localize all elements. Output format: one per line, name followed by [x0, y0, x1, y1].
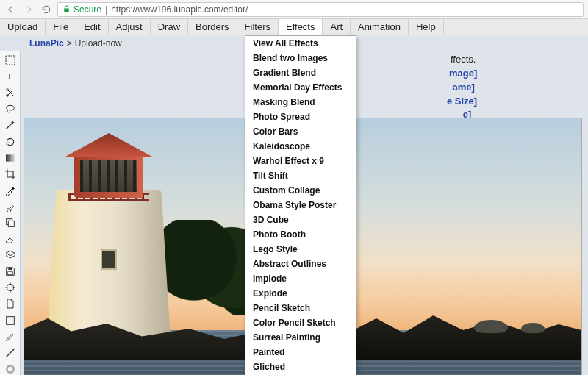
menu-draw[interactable]: Draw [151, 19, 188, 35]
menubar: UploadFileEditAdjustDrawBordersFiltersEf… [0, 19, 588, 35]
lighthouse-illustration [46, 124, 171, 352]
browser-chrome: Secure | https://www196.lunapic.com/edit… [0, 0, 588, 19]
url-text: https://www196.lunapic.com/editor/ [111, 4, 248, 15]
brush-icon[interactable] [4, 201, 17, 213]
effects-item[interactable]: Color Pencil Sketch [245, 315, 356, 330]
rotate-icon[interactable] [4, 135, 17, 147]
effects-item[interactable]: Custom Collage [245, 183, 356, 198]
layers-icon[interactable] [4, 249, 17, 261]
copy-icon[interactable] [4, 217, 17, 229]
erase-icon[interactable] [4, 233, 17, 245]
marquee-icon[interactable] [4, 54, 17, 66]
lasso-icon[interactable] [4, 103, 17, 115]
effects-item[interactable]: Obama Style Poster [245, 198, 356, 213]
eyedropper-icon[interactable] [4, 185, 17, 196]
menu-art[interactable]: Art [323, 19, 351, 35]
svg-rect-5 [6, 154, 15, 161]
address-bar[interactable]: Secure | https://www196.lunapic.com/edit… [57, 2, 584, 17]
svg-rect-7 [8, 221, 14, 226]
effects-item[interactable]: Gliched [245, 360, 356, 374]
blur-icon[interactable] [4, 363, 17, 375]
svg-point-12 [7, 365, 13, 372]
menu-upload[interactable]: Upload [0, 19, 46, 35]
effects-dropdown: View All EffectsBlend two ImagesGradient… [245, 35, 356, 375]
link-name[interactable]: ame] [453, 82, 475, 93]
menu-filters[interactable]: Filters [237, 19, 279, 35]
breadcrumb-sep: > [67, 38, 72, 49]
side-toolbar: T [0, 51, 21, 375]
effects-item[interactable]: Gradient Blend [245, 65, 356, 80]
svg-rect-9 [8, 268, 12, 271]
effects-item[interactable]: 3D Cube [245, 213, 356, 227]
reload-button[interactable] [40, 3, 53, 16]
forward-button[interactable] [22, 3, 35, 16]
scissors-icon[interactable] [4, 87, 17, 99]
secure-badge: Secure [62, 4, 101, 15]
crosshair-icon[interactable] [4, 282, 17, 293]
breadcrumb-current: Upload-now [75, 38, 122, 49]
svg-point-4 [6, 106, 14, 111]
effects-item[interactable]: Warhol Effect x 9 [245, 154, 356, 168]
effects-item[interactable]: Kaleidoscope [245, 139, 356, 154]
back-button[interactable] [4, 3, 18, 16]
effects-item[interactable]: Masking Blend [245, 95, 356, 110]
menu-animation[interactable]: Animation [351, 19, 409, 35]
svg-text:T: T [7, 71, 12, 82]
effects-item[interactable]: Lego Style [245, 242, 356, 257]
crop-icon[interactable] [4, 168, 17, 180]
effects-item[interactable]: Abstract Outlines [245, 257, 356, 271]
svg-rect-0 [6, 56, 15, 65]
svg-point-10 [7, 285, 13, 291]
svg-rect-8 [7, 272, 12, 275]
pencil-icon[interactable] [4, 331, 17, 343]
effects-item[interactable]: Tilt Shift [245, 168, 356, 183]
menu-edit[interactable]: Edit [76, 19, 108, 35]
menu-borders[interactable]: Borders [188, 19, 237, 35]
link-image[interactable]: mage] [449, 68, 477, 79]
save-icon[interactable] [4, 265, 17, 277]
file-icon[interactable] [4, 298, 17, 310]
text-icon[interactable]: T [4, 71, 17, 82]
effects-item[interactable]: Pencil Sketch [245, 301, 356, 315]
menu-help[interactable]: Help [409, 19, 444, 35]
line-icon[interactable] [4, 347, 17, 359]
effects-item[interactable]: Explode [245, 286, 356, 301]
effects-item[interactable]: View All Effects [245, 36, 356, 51]
effects-item[interactable]: Painted [245, 345, 356, 360]
menu-effects[interactable]: Effects [279, 19, 323, 35]
effects-item[interactable]: Blend two Images [245, 51, 356, 65]
shape-icon[interactable] [4, 315, 17, 326]
effects-item[interactable]: Color Bars [245, 124, 356, 139]
secure-label: Secure [74, 4, 101, 15]
effects-item[interactable]: Implode [245, 271, 356, 286]
link-filesize[interactable]: e Size] [447, 96, 477, 107]
effects-item[interactable]: Photo Spread [245, 110, 356, 124]
effects-item[interactable]: Surreal Painting [245, 330, 356, 345]
effects-item[interactable]: Memorial Day Effects [245, 80, 356, 95]
lock-icon [62, 5, 71, 13]
menu-adjust[interactable]: Adjust [109, 19, 151, 35]
svg-rect-11 [6, 316, 14, 324]
breadcrumb-root[interactable]: LunaPic [29, 38, 64, 49]
effects-item[interactable]: Photo Booth [245, 227, 356, 242]
magic-wand-icon[interactable] [4, 119, 17, 131]
menu-file[interactable]: File [46, 19, 76, 35]
gradient-icon[interactable] [4, 152, 17, 164]
